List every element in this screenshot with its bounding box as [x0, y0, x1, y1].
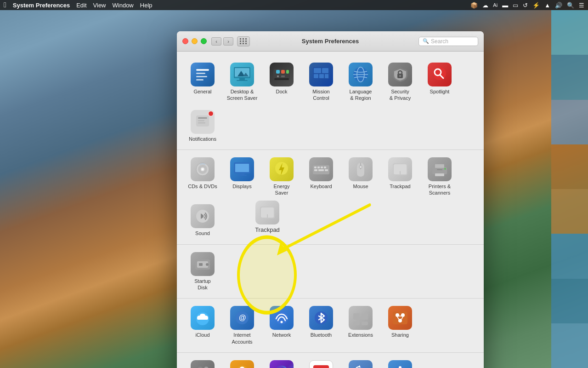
svg-rect-14: [281, 70, 285, 74]
menubar-right: 📦 ☁ Ai ▬ ▭ ↺ ⚡ ▲ 🔊 🔍 ☰: [470, 2, 584, 9]
wifi-icon[interactable]: ▲: [544, 2, 550, 9]
datetime-icon: 18 S M T W T 1 2 3 4 5: [309, 360, 333, 368]
keyboard-icon: [309, 157, 333, 181]
svg-rect-54: [325, 169, 328, 171]
pref-item-notifications[interactable]: Notifications: [184, 107, 221, 145]
pref-item-users[interactable]: Users &Groups: [184, 357, 221, 368]
pref-item-mouse[interactable]: Mouse: [342, 155, 379, 199]
pref-item-trackpad[interactable]: Trackpad: [382, 155, 418, 199]
minimize-button[interactable]: [192, 38, 198, 44]
window-title: System Preferences: [302, 38, 359, 45]
volume-icon[interactable]: 🔊: [555, 2, 562, 9]
svg-rect-34: [198, 117, 207, 119]
svg-rect-2: [196, 76, 207, 77]
back-button[interactable]: ‹: [211, 37, 221, 46]
mission-label: MissionControl: [312, 88, 329, 102]
security-label: Security& Privacy: [390, 88, 411, 102]
apple-menu[interactable]: : [4, 1, 6, 9]
printers-icon: [428, 157, 452, 181]
svg-rect-52: [314, 169, 317, 171]
system-preferences-window: ‹ › System Preferences 🔍 Search: [177, 31, 484, 368]
bluetooth-menu-icon[interactable]: ⚡: [532, 2, 540, 9]
pref-item-language[interactable]: Language& Region: [342, 60, 379, 104]
svg-rect-10: [235, 76, 249, 77]
svg-rect-22: [319, 74, 324, 78]
menubar-app-name[interactable]: System Preferences: [13, 2, 70, 9]
svg-rect-63: [437, 169, 442, 170]
pref-item-mission[interactable]: MissionControl: [303, 60, 339, 104]
pref-item-spotlight[interactable]: Spotlight: [421, 60, 458, 104]
pref-item-icloud[interactable]: iCloud: [184, 303, 221, 348]
search-box[interactable]: 🔍 Search: [418, 37, 478, 46]
pref-content: General Desktop &Screen Sav: [177, 52, 484, 368]
pref-item-extensions[interactable]: Extensions: [342, 303, 379, 348]
pref-item-network[interactable]: Network: [263, 303, 300, 348]
pref-item-displays[interactable]: Displays: [224, 155, 260, 199]
pref-item-timemachine[interactable]: TimeMachine: [342, 357, 379, 368]
svg-point-64: [444, 168, 446, 170]
svg-rect-79: [362, 322, 368, 325]
pref-item-accessibility[interactable]: Accessibility: [382, 357, 418, 368]
mission-icon: [309, 63, 333, 86]
pref-item-security[interactable]: Security& Privacy: [382, 60, 418, 104]
close-button[interactable]: [182, 38, 188, 44]
timemachine-menu-icon[interactable]: ↺: [523, 2, 528, 9]
svg-rect-1: [196, 73, 205, 74]
menubar-help[interactable]: Help: [140, 2, 153, 9]
svg-rect-53: [318, 169, 324, 171]
pref-item-sharing[interactable]: Sharing: [382, 303, 418, 348]
pref-item-internet-accounts[interactable]: @ InternetAccounts: [224, 303, 260, 348]
svg-rect-51: [324, 167, 326, 168]
cloud-icon[interactable]: ☁: [482, 2, 488, 9]
sharing-label: Sharing: [391, 332, 409, 338]
adobe-icon[interactable]: Ai: [493, 2, 498, 8]
startup-disk-icon: [191, 252, 215, 276]
svg-rect-20: [322, 68, 328, 73]
extensions-label: Extensions: [348, 332, 373, 338]
maximize-button[interactable]: [201, 38, 207, 44]
forward-button[interactable]: ›: [223, 37, 233, 46]
startup-disk-label: StartupDisk: [194, 278, 210, 291]
search-placeholder: Search: [431, 38, 448, 45]
pref-item-startup-disk[interactable]: StartupDisk: [184, 249, 221, 294]
menubar-left:  System Preferences Edit View Window He…: [4, 1, 153, 9]
pref-item-parental[interactable]: ParentalControls: [224, 357, 260, 368]
svg-text:@: @: [239, 314, 246, 322]
pref-item-printers[interactable]: Printers &Scanners: [421, 155, 458, 199]
pref-item-siri[interactable]: Siri: [263, 357, 300, 368]
grid-view-button[interactable]: [237, 36, 250, 46]
pref-item-general[interactable]: General: [184, 60, 221, 104]
svg-rect-77: [362, 313, 368, 320]
pref-item-datetime[interactable]: 18 S M T W T 1 2 3 4 5 Date & Time: [303, 357, 339, 368]
pref-item-cds[interactable]: CDs & DVDs: [184, 155, 221, 199]
pref-item-dock[interactable]: Dock: [263, 60, 300, 104]
bluetooth-icon: [309, 306, 333, 330]
menubar-edit[interactable]: Edit: [76, 2, 86, 9]
pref-item-desktop[interactable]: Desktop &Screen Saver: [224, 60, 260, 104]
internet-accounts-label: InternetAccounts: [232, 332, 252, 345]
list-menu-icon[interactable]: ☰: [579, 2, 584, 9]
notifications-icon: [191, 110, 215, 134]
pref-item-sound[interactable]: Sound: [184, 201, 221, 239]
menubar-view[interactable]: View: [93, 2, 106, 9]
svg-point-69: [206, 263, 209, 266]
traffic-lights: [182, 38, 207, 44]
pref-item-keyboard[interactable]: Keyboard: [303, 155, 339, 199]
displays-icon: [230, 157, 254, 181]
bluetooth-label: Bluetooth: [311, 332, 332, 338]
svg-rect-50: [321, 167, 323, 168]
battery-icon[interactable]: ▬: [502, 2, 508, 9]
dropbox-icon[interactable]: 📦: [470, 2, 478, 9]
right-swatches: [551, 10, 588, 368]
sound-icon: [191, 204, 215, 228]
cast-icon[interactable]: ▭: [513, 2, 518, 9]
search-menu-icon[interactable]: 🔍: [567, 2, 574, 9]
svg-rect-0: [196, 69, 209, 71]
svg-rect-13: [276, 70, 280, 74]
section-internet: iCloud @ InternetAccounts: [177, 299, 484, 353]
svg-rect-3: [196, 79, 204, 80]
pref-item-bluetooth[interactable]: Bluetooth: [303, 303, 339, 348]
section-hardware: CDs & DVDs Displays: [177, 150, 484, 245]
menubar-window[interactable]: Window: [113, 2, 134, 9]
pref-item-energy[interactable]: EnergySaver: [263, 155, 300, 199]
